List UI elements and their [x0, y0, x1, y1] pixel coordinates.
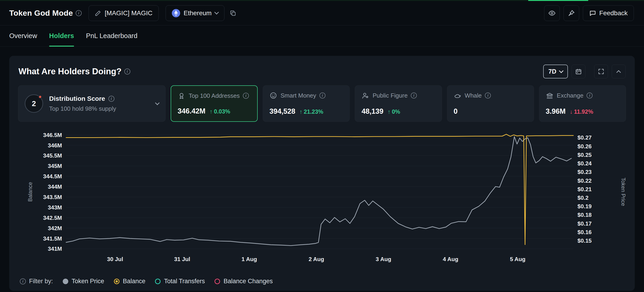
svg-text:31 Jul: 31 Jul — [174, 256, 190, 262]
svg-text:$0.22: $0.22 — [578, 178, 592, 184]
tab-holders[interactable]: Holders — [49, 25, 74, 46]
tab-overview[interactable]: Overview — [9, 25, 37, 46]
stat-card-exchange[interactable]: Exchange 3.96M ↓11.92% — [539, 85, 626, 122]
stat-card-smart-money[interactable]: Smart Money 394,528 ↑21.23% — [263, 85, 350, 122]
svg-text:345.5M: 345.5M — [43, 152, 62, 159]
stat-card-whale[interactable]: Whale 0 — [447, 85, 534, 122]
watch-button[interactable] — [544, 5, 560, 21]
chevron-up-icon — [616, 70, 621, 75]
feedback-label: Feedback — [599, 10, 628, 17]
stat-value: 346.42M — [178, 107, 206, 115]
distribution-score-value: 2 — [32, 100, 36, 108]
token-price-marker — [63, 278, 68, 284]
token-select-pill[interactable]: [MAGIC] MAGIC — [88, 5, 159, 21]
info-icon[interactable] — [20, 278, 26, 284]
copy-address-button[interactable] — [230, 10, 236, 16]
svg-text:3 Aug: 3 Aug — [376, 256, 391, 262]
holders-chart-svg[interactable]: 346.5M346M345.5M345M344.5M344M343.5M343M… — [18, 128, 626, 276]
stat-change: ↑21.23% — [300, 108, 323, 115]
filter-balance[interactable]: Balance — [114, 278, 146, 285]
pin-icon — [568, 10, 575, 17]
stat-card-top-100-addresses[interactable]: Top 100 Addresses 346.42M ↑0.03% — [171, 85, 258, 122]
stat-card-public-figure[interactable]: Public Figure 48,139 ↑0% — [355, 85, 442, 122]
filter-total-transfers[interactable]: Total Transfers — [155, 278, 205, 285]
info-icon[interactable] — [243, 93, 249, 99]
stat-value: 394,528 — [270, 107, 295, 116]
filter-token-price[interactable]: Token Price — [63, 278, 104, 285]
svg-text:$0.15: $0.15 — [578, 238, 592, 244]
holders-panel: What Are Holders Doing? 7D — [9, 56, 635, 291]
calendar-button[interactable] — [572, 64, 586, 78]
feedback-button[interactable]: Feedback — [583, 5, 634, 21]
stat-value: 3.96M — [546, 107, 566, 116]
top-progress-segment — [528, 0, 588, 1]
public-figure-icon — [362, 92, 369, 100]
smart-money-icon — [270, 92, 277, 100]
svg-text:343.5M: 343.5M — [43, 194, 62, 200]
svg-text:346.5M: 346.5M — [43, 132, 62, 138]
panel-controls: 7D — [543, 64, 626, 78]
filter-by-label: Filter by: — [29, 278, 53, 285]
info-icon[interactable] — [586, 92, 592, 98]
range-value: 7D — [548, 68, 556, 75]
range-selector[interactable]: 7D — [543, 64, 568, 78]
chevron-down-icon[interactable] — [155, 100, 160, 105]
info-icon[interactable] — [411, 92, 417, 98]
svg-text:$0.16: $0.16 — [578, 229, 592, 235]
tab-pnl-leaderboard[interactable]: PnL Leaderboard — [86, 25, 138, 46]
fullscreen-icon — [598, 68, 604, 75]
filter-label: Balance Changes — [224, 278, 273, 285]
network-dropdown[interactable]: Ethereum — [166, 5, 224, 21]
info-icon[interactable] — [485, 92, 491, 98]
svg-text:344.5M: 344.5M — [43, 173, 62, 180]
svg-text:$0.21: $0.21 — [578, 186, 592, 192]
page-title-info-icon[interactable] — [76, 10, 82, 16]
total-transfers-marker — [155, 278, 160, 284]
svg-text:346M: 346M — [48, 142, 62, 148]
stat-title: Exchange — [557, 92, 584, 99]
chat-icon — [589, 10, 596, 16]
svg-text:2 Aug: 2 Aug — [308, 256, 324, 262]
filter-label: Total Transfers — [164, 278, 205, 285]
svg-text:5 Aug: 5 Aug — [510, 256, 526, 262]
chart-filter-legend: Filter by: Token Price Balance Total Tra… — [18, 278, 626, 285]
balance-marker — [114, 278, 120, 284]
chevron-down-icon — [214, 10, 219, 14]
svg-text:4 Aug: 4 Aug — [443, 256, 458, 262]
panel-title-info-icon[interactable] — [124, 68, 130, 74]
svg-text:$0.23: $0.23 — [578, 169, 592, 175]
tab-bar: Overview Holders PnL Leaderboard — [0, 25, 644, 46]
svg-text:$0.24: $0.24 — [578, 160, 592, 166]
filter-balance-changes[interactable]: Balance Changes — [214, 278, 273, 285]
stat-card-distribution-score[interactable]: 2 Distribution Score Top 100 hold 98% su… — [18, 85, 166, 122]
balance-changes-marker — [214, 278, 220, 284]
svg-text:341.5M: 341.5M — [43, 236, 62, 242]
info-icon[interactable] — [108, 96, 114, 102]
svg-text:$0.27: $0.27 — [578, 134, 592, 141]
token-pill-label: [MAGIC] MAGIC — [105, 10, 152, 17]
distribution-score-texts: Distribution Score Top 100 hold 98% supp… — [49, 95, 116, 112]
svg-text:30 Jul: 30 Jul — [107, 256, 123, 262]
svg-text:$0.2: $0.2 — [578, 195, 589, 201]
fullscreen-button[interactable] — [594, 64, 608, 78]
svg-text:$0.17: $0.17 — [578, 220, 592, 227]
panel-title: What Are Holders Doing? — [18, 67, 122, 76]
chevron-down-icon — [559, 68, 564, 73]
svg-text:1 Aug: 1 Aug — [242, 256, 257, 262]
svg-text:342.5M: 342.5M — [43, 215, 62, 221]
stat-change: ↑0% — [388, 108, 400, 115]
top-progress-strip — [0, 0, 644, 1]
collapse-panel-button[interactable] — [612, 64, 626, 78]
distribution-score-badge: 2 — [25, 94, 43, 113]
svg-text:$0.25: $0.25 — [578, 152, 592, 158]
info-icon[interactable] — [320, 92, 326, 98]
svg-text:342M: 342M — [48, 225, 62, 231]
holder-stats-row: 2 Distribution Score Top 100 hold 98% su… — [18, 85, 626, 122]
stat-change: ↓11.92% — [570, 108, 593, 115]
svg-text:345M: 345M — [48, 163, 62, 169]
svg-text:$0.19: $0.19 — [578, 203, 592, 210]
pin-button[interactable] — [564, 5, 579, 21]
svg-text:344M: 344M — [48, 184, 62, 190]
stat-title: Distribution Score — [49, 95, 105, 102]
top-100-addresses-icon — [178, 92, 186, 100]
